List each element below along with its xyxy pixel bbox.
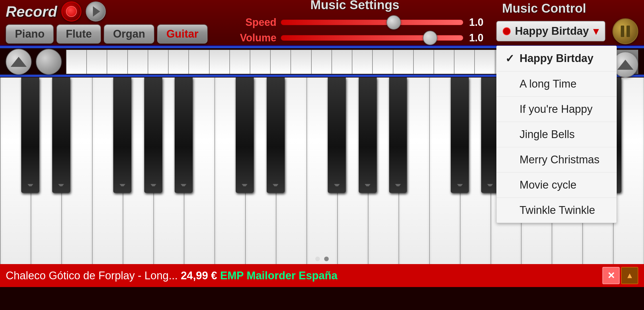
scroll-up-left-button[interactable] bbox=[6, 49, 32, 75]
control-title: Music Control bbox=[496, 1, 586, 16]
song-item-label-1: A long Time bbox=[520, 78, 577, 90]
progress-dot-2 bbox=[324, 257, 329, 261]
song-item-label-6: Twinkle Twinkle bbox=[520, 204, 595, 216]
black-key-cs2[interactable] bbox=[236, 78, 254, 193]
record-label-row: Record bbox=[6, 1, 106, 22]
music-control-wrapper: Music Control Happy Birtday ▾ bbox=[496, 1, 638, 44]
song-selector-row: Happy Birtday ▾ bbox=[496, 18, 638, 44]
ad-price-value: 24,99 € bbox=[181, 270, 217, 282]
progress-dot-1 bbox=[315, 257, 320, 261]
ad-text: Chaleco Gótico de Forplay - Long... 24,9… bbox=[6, 270, 600, 282]
black-key-gs1[interactable] bbox=[144, 78, 162, 193]
dropdown-arrow-icon: ▾ bbox=[593, 25, 598, 37]
song-item-4[interactable]: Merry Christmas bbox=[497, 147, 616, 173]
play-button[interactable] bbox=[86, 1, 106, 22]
song-indicator bbox=[503, 27, 511, 35]
volume-track[interactable] bbox=[281, 35, 463, 41]
black-key-as2[interactable] bbox=[389, 78, 407, 193]
play-icon bbox=[93, 6, 100, 17]
speed-thumb[interactable] bbox=[387, 15, 401, 30]
app: Record Piano Flute Organ Guitar Music Se… bbox=[0, 0, 644, 287]
flute-button[interactable]: Flute bbox=[56, 24, 101, 44]
song-item-1[interactable]: A long Time bbox=[497, 71, 616, 97]
organ-button[interactable]: Organ bbox=[104, 24, 154, 44]
record-button[interactable] bbox=[61, 1, 81, 22]
speed-value: 1.0 bbox=[468, 16, 485, 28]
black-key-cs3[interactable] bbox=[451, 78, 469, 193]
record-section: Record Piano Flute Organ Guitar bbox=[6, 1, 208, 44]
close-ad-button[interactable]: ✕ bbox=[602, 267, 620, 284]
black-key-fs2[interactable] bbox=[328, 78, 346, 193]
guitar-button[interactable]: Guitar bbox=[157, 24, 208, 44]
selected-song-label: Happy Birtday bbox=[515, 25, 589, 37]
ad-store: EMP Mailorder España bbox=[220, 270, 337, 282]
volume-slider-row: Volume 1.0 bbox=[225, 32, 485, 44]
music-settings: Music Settings Speed 1.0 Volume 1.0 bbox=[213, 0, 496, 47]
song-item-5[interactable]: Movie cycle bbox=[497, 173, 616, 198]
song-item-label-0: Happy Birtday bbox=[520, 52, 594, 65]
black-key-ds1[interactable] bbox=[52, 78, 70, 193]
speed-slider-row: Speed 1.0 bbox=[225, 16, 485, 28]
song-dropdown-menu: ✓ Happy Birtday A long Time If you're Ha… bbox=[496, 46, 617, 223]
song-item-label-3: Jingle Bells bbox=[520, 128, 575, 141]
checkmark-icon: ✓ bbox=[505, 52, 515, 65]
record-icon bbox=[66, 6, 77, 17]
ad-description: Chaleco Gótico de Forplay - Long... bbox=[6, 270, 178, 282]
piano-button[interactable]: Piano bbox=[6, 24, 54, 44]
song-item-label-2: If you're Happy bbox=[520, 103, 592, 115]
instrument-row: Piano Flute Organ Guitar bbox=[6, 24, 208, 44]
black-key-fs1[interactable] bbox=[113, 78, 131, 193]
volume-label: Volume bbox=[225, 32, 276, 44]
speed-label: Speed bbox=[225, 16, 276, 28]
song-item-3[interactable]: Jingle Bells bbox=[497, 122, 616, 147]
song-item-2[interactable]: If you're Happy bbox=[497, 97, 616, 122]
header: Record Piano Flute Organ Guitar Music Se… bbox=[0, 0, 644, 46]
arrow-up-icon bbox=[11, 57, 27, 67]
ad-bar: Chaleco Gótico de Forplay - Long... 24,9… bbox=[0, 264, 644, 287]
song-item-label-5: Movie cycle bbox=[520, 179, 577, 191]
arrow-up-right-icon bbox=[617, 60, 633, 70]
progress-dots bbox=[315, 257, 329, 261]
expand-ad-button[interactable]: ▲ bbox=[621, 267, 638, 284]
music-control: Music Control Happy Birtday ▾ bbox=[496, 1, 638, 44]
song-item-label-4: Merry Christmas bbox=[520, 154, 600, 166]
record-label: Record bbox=[6, 3, 57, 20]
scroll-control-button[interactable] bbox=[36, 49, 62, 75]
settings-title: Music Settings bbox=[310, 0, 399, 12]
song-item-0[interactable]: ✓ Happy Birtday bbox=[497, 46, 616, 71]
song-item-6[interactable]: Twinkle Twinkle bbox=[497, 198, 616, 223]
pause-icon bbox=[621, 26, 630, 37]
black-key-cs1[interactable] bbox=[21, 78, 39, 193]
black-key-ds2[interactable] bbox=[267, 78, 285, 193]
black-key-as1[interactable] bbox=[175, 78, 193, 193]
speed-track[interactable] bbox=[281, 20, 463, 25]
song-selector[interactable]: Happy Birtday ▾ bbox=[496, 21, 605, 41]
black-key-gs2[interactable] bbox=[359, 78, 377, 193]
volume-value: 1.0 bbox=[468, 32, 485, 44]
pause-button[interactable] bbox=[612, 18, 638, 44]
volume-thumb[interactable] bbox=[423, 31, 437, 45]
